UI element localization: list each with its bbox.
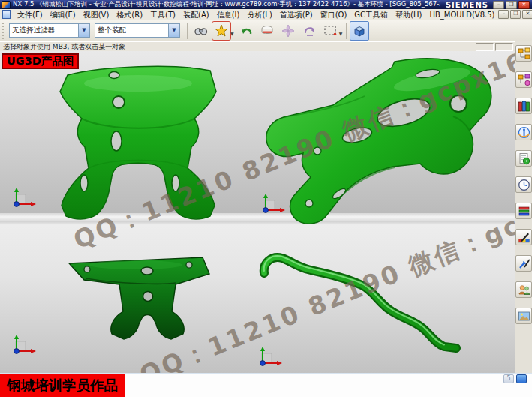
menu-item-0[interactable]: 文件(F) bbox=[14, 10, 47, 20]
title-bar: NX 7.5 《钢城松山下培训 - 专业·产品设计·模具设计·数控编程·培训·网… bbox=[0, 0, 532, 9]
annotation-label-bottom: 钢城培训学员作品 bbox=[0, 374, 125, 397]
minimize-button[interactable]: – bbox=[493, 1, 504, 9]
selection-scope-combo[interactable]: 整个装配 ▼ bbox=[95, 23, 180, 38]
part-front-view[interactable] bbox=[39, 59, 240, 225]
menu-item-10[interactable]: GC工具箱 bbox=[350, 10, 392, 20]
constraint-navigator-button[interactable] bbox=[515, 71, 532, 88]
wcs-triad bbox=[255, 347, 284, 369]
siemens-logo: SIEMENS bbox=[446, 1, 488, 9]
color-bars-icon bbox=[518, 205, 530, 218]
menu-item-1[interactable]: 编辑(E) bbox=[47, 10, 80, 20]
snap-point-button[interactable] bbox=[212, 21, 231, 41]
undo-button[interactable] bbox=[236, 21, 256, 41]
reuse-library-button[interactable] bbox=[515, 150, 532, 167]
menu-item-6[interactable]: 信息(I) bbox=[213, 10, 244, 20]
child-restore-button[interactable]: ❐ bbox=[510, 10, 521, 19]
roles-button[interactable] bbox=[515, 229, 532, 245]
wcs-triad bbox=[9, 188, 38, 210]
refresh-display-button[interactable] bbox=[257, 21, 277, 41]
toolbar-separator bbox=[187, 23, 188, 39]
eraser-icon bbox=[260, 23, 275, 38]
shaded-cube-icon bbox=[352, 23, 367, 38]
binoculars-icon bbox=[193, 23, 208, 38]
find-component-button[interactable] bbox=[191, 21, 210, 41]
history-books-icon bbox=[518, 100, 530, 113]
undo-arrow-icon bbox=[239, 23, 254, 38]
taskbar-fragment: 5 bbox=[501, 374, 527, 383]
web-browser-icon bbox=[518, 126, 530, 139]
menu-item-4[interactable]: 工具(T) bbox=[146, 10, 179, 20]
menu-item-2[interactable]: 视图(V) bbox=[80, 10, 113, 20]
part-navigator-button[interactable] bbox=[515, 98, 532, 114]
menu-item-3[interactable]: 格式(R) bbox=[113, 10, 146, 20]
menu-items: 文件(F)编辑(E)视图(V)格式(R)工具(T)装配(A)信息(I)分析(L)… bbox=[14, 10, 498, 20]
repeat-arrow-icon bbox=[302, 23, 317, 38]
document-icon bbox=[2, 10, 11, 19]
close-button[interactable]: ✕ bbox=[518, 1, 530, 9]
people-icon bbox=[518, 284, 530, 296]
menu-item-12[interactable]: HB_MOULD(V8.5) bbox=[425, 10, 498, 20]
selection-toolbar: 无选择过滤器 ▼ 整个装配 ▼ ▼ bbox=[0, 20, 532, 42]
marquee-rectangle-icon bbox=[323, 23, 338, 38]
pointer-pen-icon bbox=[518, 257, 530, 270]
toolbar-separator bbox=[346, 23, 347, 39]
assembly-navigator-icon bbox=[518, 47, 530, 60]
menu-item-11[interactable]: 帮助(H) bbox=[392, 10, 425, 20]
internet-browser-button[interactable] bbox=[515, 124, 532, 140]
landscape-image-icon bbox=[518, 310, 530, 323]
child-minimize-button[interactable]: – bbox=[498, 10, 509, 19]
wcs-triad bbox=[9, 335, 38, 357]
nx-app-icon bbox=[2, 1, 11, 9]
gallery-button[interactable] bbox=[515, 308, 532, 324]
wcs-triad bbox=[258, 194, 287, 216]
annotation-label-top: UG3D产品图 bbox=[2, 53, 79, 69]
toolbar-grip[interactable] bbox=[2, 23, 7, 39]
menu-bar: 文件(F)编辑(E)视图(V)格式(R)工具(T)装配(A)信息(I)分析(L)… bbox=[0, 9, 532, 20]
menu-item-9[interactable]: 窗口(O) bbox=[317, 10, 351, 20]
chevron-down-icon[interactable]: ▼ bbox=[168, 24, 179, 37]
library-document-icon bbox=[518, 152, 530, 165]
part-side-profile-view[interactable] bbox=[252, 248, 471, 359]
menu-item-8[interactable]: 首选项(P) bbox=[276, 10, 317, 20]
clock-icon bbox=[518, 179, 530, 191]
part-top-view[interactable] bbox=[57, 242, 216, 349]
user-groups-button[interactable] bbox=[515, 281, 532, 298]
rectangle-select-button[interactable] bbox=[320, 21, 340, 41]
status-pane bbox=[495, 43, 513, 51]
browser-icon[interactable] bbox=[516, 374, 527, 383]
snap-point-icon bbox=[215, 24, 228, 38]
quick-pick-icon bbox=[281, 23, 296, 38]
repeat-command-button[interactable] bbox=[299, 21, 319, 41]
history-button[interactable] bbox=[515, 176, 532, 193]
constraint-navigator-icon bbox=[518, 74, 530, 86]
chevron-down-icon[interactable]: ▼ bbox=[78, 24, 89, 37]
window-title: NX 7.5 《钢城松山下培训 - 专业·产品设计·模具设计·数控编程·培训·网… bbox=[13, 0, 440, 9]
status-pane bbox=[476, 43, 494, 51]
system-materials-button[interactable] bbox=[515, 203, 532, 219]
visualization-button[interactable] bbox=[515, 255, 532, 272]
resource-bar bbox=[515, 41, 532, 373]
shaded-view-button[interactable] bbox=[350, 21, 369, 41]
restore-button[interactable]: ❐ bbox=[506, 1, 517, 9]
selection-scope-value: 整个装配 bbox=[95, 26, 168, 35]
page-badge: 5 bbox=[503, 374, 514, 383]
nx-application-window: NX 7.5 《钢城松山下培训 - 专业·产品设计·模具设计·数控编程·培训·网… bbox=[0, 0, 532, 397]
selection-filter-value: 无选择过滤器 bbox=[10, 26, 78, 35]
menu-item-7[interactable]: 分析(L) bbox=[243, 10, 275, 20]
child-close-button[interactable]: ✕ bbox=[522, 10, 532, 19]
chevron-down-icon[interactable]: ▼ bbox=[230, 31, 234, 36]
palette-pen-icon bbox=[518, 231, 530, 244]
chevron-down-icon[interactable]: ▼ bbox=[339, 31, 343, 36]
selection-filter-combo[interactable]: 无选择过滤器 ▼ bbox=[9, 23, 90, 38]
quick-pick-button[interactable] bbox=[278, 21, 298, 41]
graphics-window[interactable]: QQ：11210 82190 微信：gcpx168 QQ：11210 82190… bbox=[0, 51, 515, 373]
menu-item-5[interactable]: 装配(A) bbox=[179, 10, 213, 20]
assembly-navigator-button[interactable] bbox=[515, 45, 532, 62]
